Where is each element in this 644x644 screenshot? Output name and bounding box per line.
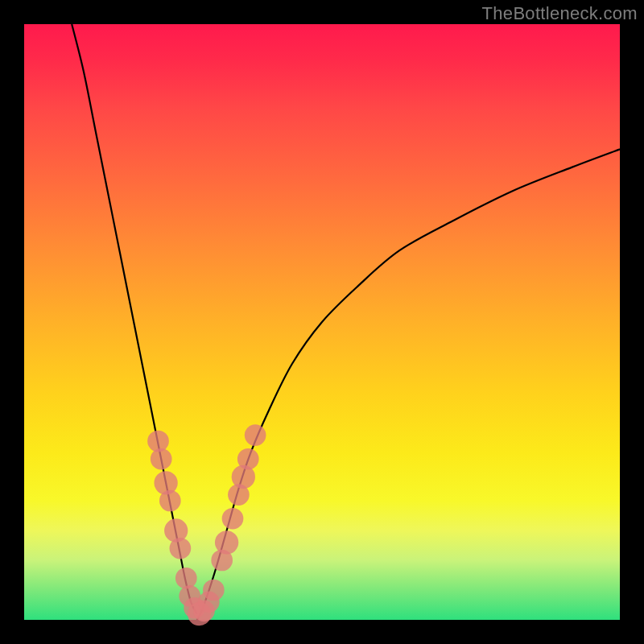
chart-frame: TheBottleneck.com <box>0 0 644 644</box>
bottleneck-curve-right <box>197 149 620 620</box>
data-marker <box>170 538 192 559</box>
data-marker <box>245 424 266 446</box>
watermark-text: TheBottleneck.com <box>482 3 638 24</box>
data-marker <box>175 568 197 589</box>
data-marker <box>222 508 244 530</box>
plot-area <box>24 24 620 620</box>
curve-layer <box>24 24 620 620</box>
data-marker <box>151 448 172 470</box>
data-marker <box>203 580 225 601</box>
data-marker <box>215 530 238 554</box>
data-marker <box>159 490 181 512</box>
data-marker <box>147 431 169 452</box>
marker-group <box>147 424 266 625</box>
data-marker <box>237 448 259 470</box>
